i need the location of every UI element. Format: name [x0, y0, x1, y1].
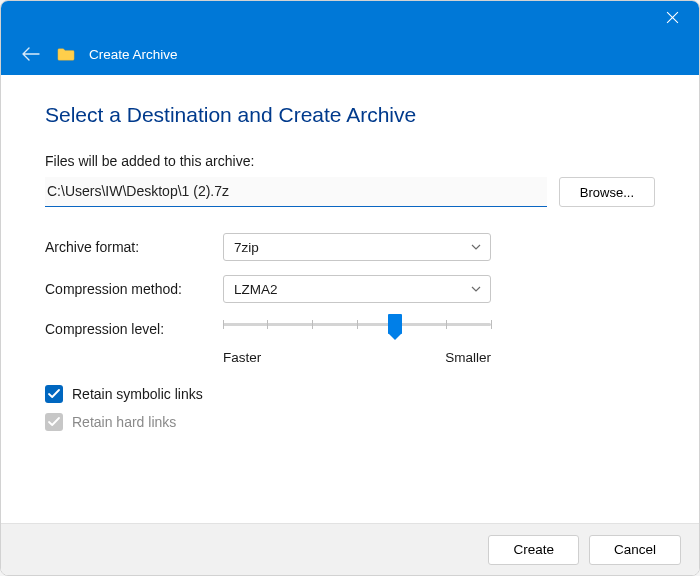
compression-method-select[interactable]: LZMA2	[223, 275, 491, 303]
folder-icon	[57, 47, 75, 62]
close-button[interactable]	[651, 1, 693, 33]
retain-symbolic-label: Retain symbolic links	[72, 386, 203, 402]
archive-path-input[interactable]	[45, 177, 547, 207]
slider-thumb[interactable]	[388, 314, 402, 334]
back-button[interactable]	[19, 42, 43, 66]
compression-method-label: Compression method:	[45, 281, 223, 297]
browse-button[interactable]: Browse...	[559, 177, 655, 207]
retain-symbolic-links-checkbox[interactable]: Retain symbolic links	[45, 385, 655, 403]
compression-level-label: Compression level:	[45, 317, 223, 337]
cancel-button[interactable]: Cancel	[589, 535, 681, 565]
archive-format-label: Archive format:	[45, 239, 223, 255]
retain-hard-links-checkbox: Retain hard links	[45, 413, 655, 431]
titlebar: Create Archive	[1, 1, 699, 75]
archive-format-value: 7zip	[234, 240, 259, 255]
close-icon	[666, 11, 679, 24]
files-label: Files will be added to this archive:	[45, 153, 655, 169]
chevron-down-icon	[470, 241, 482, 253]
compression-method-value: LZMA2	[234, 282, 278, 297]
titlebar-title: Create Archive	[89, 47, 178, 62]
back-arrow-icon	[22, 47, 40, 61]
page-title: Select a Destination and Create Archive	[45, 103, 655, 127]
create-button[interactable]: Create	[488, 535, 579, 565]
compression-level-slider[interactable]: Faster Smaller	[223, 317, 491, 365]
footer: Create Cancel	[1, 523, 699, 575]
chevron-down-icon	[470, 283, 482, 295]
content-area: Select a Destination and Create Archive …	[1, 75, 699, 523]
archive-format-select[interactable]: 7zip	[223, 233, 491, 261]
slider-faster-label: Faster	[223, 350, 261, 365]
retain-hard-label: Retain hard links	[72, 414, 176, 430]
checkbox-disabled-icon	[45, 413, 63, 431]
create-archive-dialog: Create Archive Select a Destination and …	[0, 0, 700, 576]
slider-smaller-label: Smaller	[445, 350, 491, 365]
checkbox-checked-icon	[45, 385, 63, 403]
